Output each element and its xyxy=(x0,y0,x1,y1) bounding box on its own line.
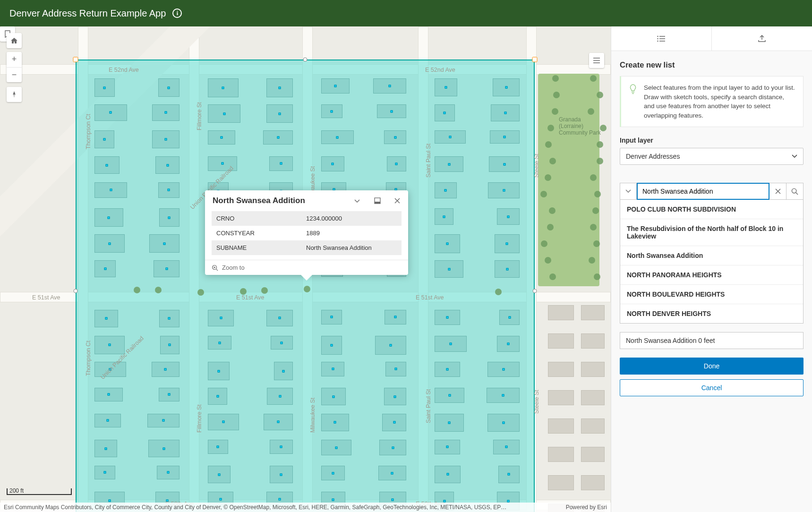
address-point xyxy=(503,189,505,192)
address-point xyxy=(108,393,110,396)
address-point xyxy=(223,112,225,115)
address-point xyxy=(395,163,398,165)
cancel-button[interactable]: Cancel xyxy=(620,379,803,396)
address-point xyxy=(332,395,334,398)
address-point xyxy=(220,498,222,500)
address-point xyxy=(217,446,219,448)
address-point xyxy=(168,86,170,89)
dock-icon[interactable] xyxy=(368,197,381,204)
suggestion-item[interactable]: NORTH PANORAMA HEIGHTS xyxy=(620,265,803,284)
selection-midpoint[interactable] xyxy=(303,58,308,62)
address-point xyxy=(444,86,447,89)
address-point xyxy=(448,163,450,165)
attribution-bar: Esri Community Maps Contributors, City o… xyxy=(0,503,611,512)
address-point xyxy=(392,498,394,501)
address-point xyxy=(103,86,106,89)
address-point xyxy=(502,394,504,397)
building xyxy=(548,305,574,320)
address-point xyxy=(446,316,448,319)
address-point xyxy=(443,215,445,218)
search-input[interactable] xyxy=(637,183,769,200)
address-point xyxy=(278,317,281,319)
address-point xyxy=(503,368,505,371)
tree-icon xyxy=(552,75,559,82)
address-point xyxy=(334,421,336,424)
tree-icon xyxy=(540,191,547,197)
address-point xyxy=(165,268,168,270)
selection-midpoint[interactable] xyxy=(74,289,78,293)
suggestion-item[interactable]: The Resubdivision of the North half of B… xyxy=(620,219,803,246)
clear-search-button[interactable] xyxy=(769,183,786,200)
suggestion-item[interactable]: NORTH BOULEVARD HEIGHTS xyxy=(620,284,803,304)
search-suggestions: POLO CLUB NORTH SUBDIVISION The Resubdiv… xyxy=(620,200,803,324)
zoom-out-button[interactable]: − xyxy=(7,67,22,83)
zoom-in-button[interactable]: + xyxy=(7,52,22,67)
address-point xyxy=(222,86,224,89)
address-point xyxy=(330,316,333,318)
suggestion-item[interactable]: NORTH DENVER HEIGHTS xyxy=(620,304,803,323)
layers-menu-button[interactable] xyxy=(589,53,604,68)
address-point xyxy=(280,446,282,448)
tree-icon xyxy=(593,240,600,247)
tab-list[interactable] xyxy=(611,26,711,51)
selection-handle[interactable] xyxy=(73,57,78,62)
tree-icon xyxy=(549,207,556,214)
address-point xyxy=(166,164,169,166)
popup-attribute-table: CRNO1234.000000 CONSTYEAR1889 SUBNAMENor… xyxy=(212,211,402,255)
powered-by[interactable]: Powered by Esri xyxy=(566,504,607,511)
address-point xyxy=(104,447,107,450)
search-source-dropdown[interactable] xyxy=(620,183,637,200)
map-canvas[interactable]: Granada (Lorraine) Community Park /* pla… xyxy=(0,26,611,512)
tip-box: Select features from the input layer to … xyxy=(620,76,803,127)
building xyxy=(581,305,605,320)
input-layer-select[interactable]: Denver Addresses xyxy=(620,148,803,165)
address-point xyxy=(389,85,391,87)
collapse-icon[interactable] xyxy=(347,197,361,205)
tree-icon xyxy=(495,289,502,295)
address-point xyxy=(506,242,508,245)
building xyxy=(581,447,605,462)
suggestion-item[interactable]: North Swansea Addition xyxy=(620,246,803,265)
selection-chip[interactable]: North Swansea Addition 0 feet xyxy=(620,332,803,349)
address-point xyxy=(103,138,105,141)
close-icon[interactable] xyxy=(387,197,401,204)
address-point xyxy=(218,473,221,476)
address-point xyxy=(330,344,333,346)
address-point xyxy=(446,446,449,448)
address-point xyxy=(506,268,508,270)
search-button[interactable] xyxy=(786,183,803,200)
tree-icon xyxy=(545,257,551,264)
address-point xyxy=(503,163,505,165)
address-point xyxy=(448,421,451,424)
attr-key: CRNO xyxy=(216,215,306,222)
attr-key: CONSTYEAR xyxy=(216,230,306,237)
tree-icon xyxy=(261,287,268,294)
address-point xyxy=(280,162,282,165)
compass-button[interactable] xyxy=(7,87,22,102)
attr-value: North Swansea Addition xyxy=(306,244,397,251)
address-point xyxy=(279,395,281,397)
street-label: Milwaukee St xyxy=(309,398,316,433)
tree-icon xyxy=(541,240,547,247)
suggestion-item[interactable]: POLO CLUB NORTH SUBDIVISION xyxy=(620,200,803,219)
home-button[interactable] xyxy=(7,33,22,48)
zoom-to-link[interactable]: Zoom to xyxy=(205,260,408,275)
info-icon[interactable]: i xyxy=(172,9,182,18)
feature-popup: North Swansea Addition CRNO1234.000000 C… xyxy=(205,190,408,275)
tree-icon xyxy=(547,224,554,230)
tree-icon xyxy=(590,224,597,230)
address-point xyxy=(109,242,111,245)
address-point xyxy=(164,111,167,114)
address-point xyxy=(332,163,334,165)
selection-handle[interactable] xyxy=(532,57,538,62)
tree-icon xyxy=(155,287,162,293)
tree-icon xyxy=(549,158,556,164)
tab-export[interactable] xyxy=(711,26,812,51)
done-button[interactable]: Done xyxy=(620,358,803,375)
address-point xyxy=(106,164,108,166)
address-point xyxy=(162,419,165,422)
address-point xyxy=(168,216,171,219)
street-label: Steele St xyxy=(533,390,540,414)
address-point xyxy=(508,473,510,476)
selection-midpoint[interactable] xyxy=(533,289,537,293)
